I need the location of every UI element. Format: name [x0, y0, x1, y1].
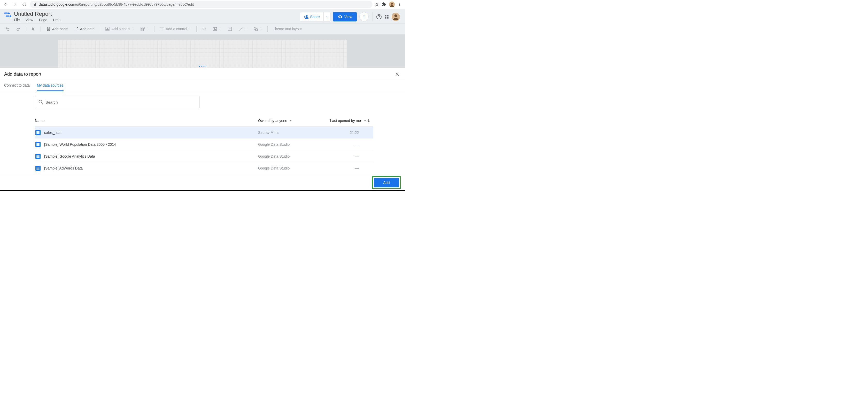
svg-rect-7: [6, 15, 9, 17]
share-label: Share: [310, 15, 320, 19]
svg-point-6: [8, 12, 9, 14]
data-source-row[interactable]: [Sample] AdWords DataGoogle Data Studio—: [35, 162, 373, 174]
add-button-highlight: Add: [372, 176, 401, 189]
menu-view[interactable]: View: [26, 18, 33, 22]
svg-point-9: [340, 16, 340, 17]
app-header: Untitled Report File View Page Help Shar…: [0, 9, 405, 24]
shape-button[interactable]: [251, 26, 264, 32]
chevron-down-icon: [364, 119, 367, 122]
menu-file[interactable]: File: [14, 18, 20, 22]
data-source-name: sales_fact: [44, 130, 258, 135]
data-source-opened: 21:22: [317, 130, 373, 135]
browser-back-button[interactable]: [2, 1, 9, 8]
svg-rect-21: [106, 29, 107, 30]
column-owner-filter[interactable]: Owned by anyone: [258, 119, 317, 123]
view-label: View: [344, 15, 352, 19]
browser-menu-icon[interactable]: [397, 2, 401, 6]
search-box[interactable]: [35, 96, 200, 108]
svg-rect-23: [108, 29, 109, 30]
data-source-owner: Saurav Mitra: [258, 130, 317, 135]
share-button-group: Share: [300, 12, 331, 22]
panel-footer: Add: [0, 175, 405, 190]
browser-profile-avatar[interactable]: [389, 2, 395, 7]
eye-icon: [338, 14, 343, 20]
data-source-row[interactable]: [Sample] World Population Data 2005 - 20…: [35, 138, 373, 150]
add-chart-label: Add a chart: [111, 27, 130, 31]
panel-title: Add data to report: [4, 71, 41, 77]
add-page-button[interactable]: Add page: [44, 26, 70, 32]
data-source-name: [Sample] World Population Data 2005 - 20…: [44, 143, 258, 147]
star-icon[interactable]: [375, 2, 379, 7]
sort-direction-button[interactable]: [367, 119, 373, 123]
add-button[interactable]: Add: [374, 178, 399, 187]
tab-connect-to-data[interactable]: Connect to data: [4, 80, 30, 91]
browser-forward-button[interactable]: [11, 1, 19, 8]
svg-rect-16: [385, 17, 386, 19]
embed-button[interactable]: [200, 26, 209, 32]
data-source-name: [Sample] AdWords Data: [44, 166, 258, 170]
page-plus-icon: [46, 27, 51, 31]
chart-icon: [105, 27, 110, 31]
data-source-opened: —: [317, 154, 373, 158]
tab-my-data-sources[interactable]: My data sources: [37, 80, 64, 91]
data-source-owner: Google Data Studio: [258, 166, 317, 170]
svg-point-30: [254, 27, 256, 29]
report-title[interactable]: Untitled Report: [14, 10, 60, 17]
undo-button[interactable]: [3, 26, 12, 32]
data-plus-icon: [74, 27, 79, 31]
svg-point-10: [364, 15, 365, 16]
svg-point-28: [214, 28, 215, 29]
more-options-button[interactable]: [359, 12, 369, 22]
svg-point-19: [395, 14, 397, 17]
text-button[interactable]: [225, 26, 234, 32]
add-data-label: Add data: [80, 27, 95, 31]
browser-reload-button[interactable]: [21, 1, 28, 8]
search-icon: [38, 99, 43, 105]
apps-grid-icon[interactable]: [384, 14, 389, 19]
panel-drag-handle[interactable]: ••••: [199, 65, 207, 68]
svg-point-11: [364, 17, 365, 17]
add-data-button[interactable]: Add data: [72, 26, 97, 32]
menu-page[interactable]: Page: [39, 18, 48, 22]
redo-button[interactable]: [14, 26, 23, 32]
browser-toolbar: datastudio.google.com/u/0/reporting/52bc…: [0, 0, 405, 9]
extensions-icon[interactable]: [382, 2, 386, 7]
canvas-area: ••••: [0, 34, 405, 68]
theme-layout-button[interactable]: Theme and layout: [271, 26, 304, 32]
selection-tool[interactable]: [29, 26, 37, 32]
data-source-name: [Sample] Google Analytics Data: [44, 154, 258, 158]
data-source-row[interactable]: [Sample] Google Analytics DataGoogle Dat…: [35, 150, 373, 162]
help-icon[interactable]: [376, 14, 382, 20]
report-canvas[interactable]: [58, 40, 347, 68]
share-dropdown-button[interactable]: [323, 12, 330, 21]
chevron-down-icon: [289, 119, 292, 122]
line-button[interactable]: [237, 26, 249, 32]
column-owner-label: Owned by anyone: [258, 119, 287, 123]
lock-icon: [33, 3, 37, 6]
data-source-icon: [35, 166, 40, 171]
image-button[interactable]: [211, 26, 223, 32]
account-avatar[interactable]: [392, 13, 400, 21]
close-panel-button[interactable]: [394, 70, 401, 78]
url-path: /u/0/reporting/52bccd8c-5b98-4577-9edd-c…: [75, 2, 194, 6]
data-source-opened: —: [317, 166, 373, 170]
svg-point-2: [399, 3, 400, 4]
share-button[interactable]: Share: [300, 14, 323, 20]
add-control-button[interactable]: Add a control: [158, 26, 193, 32]
column-opened-filter[interactable]: Last opened by me: [317, 119, 367, 123]
person-add-icon: [304, 14, 309, 20]
svg-rect-26: [141, 29, 142, 30]
data-source-row[interactable]: sales_factSaurav Mitra21:22: [35, 126, 373, 138]
datastudio-logo[interactable]: [3, 10, 11, 19]
browser-address-bar[interactable]: datastudio.google.com/u/0/reporting/52bc…: [30, 1, 373, 8]
data-source-icon: [35, 130, 40, 135]
add-chart-button[interactable]: Add a chart: [103, 26, 136, 32]
search-input[interactable]: [45, 100, 196, 104]
svg-rect-22: [107, 28, 108, 30]
svg-point-8: [9, 15, 11, 17]
data-source-icon: [35, 154, 40, 159]
column-name[interactable]: Name: [35, 119, 258, 123]
community-viz-button[interactable]: [138, 26, 151, 32]
view-button[interactable]: View: [333, 12, 357, 22]
menu-help[interactable]: Help: [53, 18, 60, 22]
